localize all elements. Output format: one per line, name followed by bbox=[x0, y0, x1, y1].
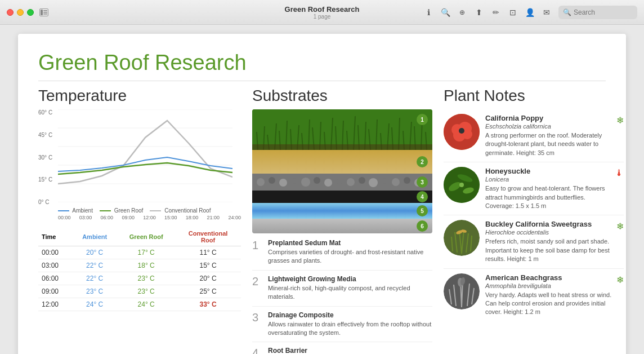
chart-y-labels: 60° C 45° C 30° C 15° C 0° C bbox=[38, 109, 55, 205]
layer-badge-2: 2 bbox=[417, 156, 428, 167]
svg-rect-3 bbox=[43, 14, 47, 15]
substrate-name: Lightweight Growing Media bbox=[268, 275, 432, 283]
plant-image-beachgrass bbox=[444, 273, 480, 309]
cell-greenroof: 23° C bbox=[117, 272, 175, 285]
expand-icon[interactable]: ⊡ bbox=[508, 7, 518, 17]
search-input[interactable] bbox=[574, 8, 630, 16]
y-label-15: 15° C bbox=[38, 176, 55, 183]
layer-badge-4: 4 bbox=[417, 191, 428, 202]
document: Green Roof Research Temperature 60° C 45… bbox=[18, 34, 626, 354]
legend-greenroof: Green Roof bbox=[100, 207, 143, 214]
zoom-in-icon[interactable]: ⊕ bbox=[457, 7, 467, 17]
substrate-list: 1 Preplanted Sedum Mat Comprises varieti… bbox=[252, 239, 432, 354]
svg-point-45 bbox=[269, 177, 275, 184]
cell-conventional: 20° C bbox=[175, 272, 241, 285]
plant-desc: Very hardy. Adapts well to heat stress o… bbox=[485, 291, 613, 317]
close-button[interactable] bbox=[7, 9, 14, 16]
zoom-out-icon[interactable]: 🔍 bbox=[440, 7, 450, 17]
chart-x-labels: 00:00 03:00 06:00 09:00 12:00 15:00 18:0… bbox=[58, 215, 241, 220]
layer-5: 5 bbox=[252, 203, 432, 219]
layer-2: 2 bbox=[252, 150, 432, 174]
svg-point-50 bbox=[324, 179, 332, 187]
layer-6: 6 bbox=[252, 219, 432, 233]
cell-conventional: 11° C bbox=[175, 246, 241, 259]
plant-detail: Buckley California Sweetgrass Hierochloe… bbox=[485, 220, 624, 263]
col-time: Time bbox=[38, 228, 72, 246]
svg-point-54 bbox=[369, 178, 378, 187]
plant-name: American Beachgrass bbox=[485, 273, 613, 282]
list-item: 4 Root Barrier Keeps roots from penetrat… bbox=[252, 347, 432, 354]
user-icon[interactable]: 👤 bbox=[525, 7, 535, 17]
layer-badge-5: 5 bbox=[417, 205, 428, 216]
temperature-chart: 60° C 45° C 30° C 15° C 0° C bbox=[38, 109, 241, 222]
temperature-section: Temperature 60° C 45° C 30° C 15° C 0° C bbox=[38, 87, 241, 354]
plant-sci-name: Eschscholzia californica bbox=[485, 123, 613, 130]
substrate-name: Preplanted Sedum Mat bbox=[268, 239, 432, 247]
traffic-lights bbox=[7, 9, 34, 16]
thermometer-icon: 🌡 bbox=[615, 168, 624, 178]
cell-time: 06:00 bbox=[38, 272, 72, 285]
substrate-text: Lightweight Growing Media Mineral-rich s… bbox=[268, 275, 432, 302]
substrate-number: 1 bbox=[252, 239, 262, 266]
list-item: American Beachgrass Ammophila breviligul… bbox=[444, 269, 624, 321]
plant-desc: Easy to grow and heat-tolerant. The flow… bbox=[485, 184, 611, 210]
cell-conventional-hot: 33° C bbox=[175, 298, 241, 311]
substrate-desc: Allows rainwater to drain effectively fr… bbox=[268, 320, 432, 338]
minimize-button[interactable] bbox=[17, 9, 24, 16]
plant-detail: California Poppy Eschscholzia californic… bbox=[485, 114, 624, 157]
cell-greenroof: 17° C bbox=[117, 246, 175, 259]
substrate-text: Drainage Composite Allows rainwater to d… bbox=[268, 311, 432, 338]
cell-conventional: 25° C bbox=[175, 285, 241, 298]
table-row: 00:00 20° C 17° C 11° C bbox=[38, 246, 241, 259]
chart-legend: Ambient Green Roof Conventional Roof bbox=[58, 207, 241, 214]
comment-icon[interactable]: ✉ bbox=[542, 7, 552, 17]
cell-ambient: 22° C bbox=[72, 272, 117, 285]
sidebar-toggle-button[interactable] bbox=[39, 8, 48, 16]
substrate-number: 3 bbox=[252, 311, 262, 338]
y-label-60: 60° C bbox=[38, 109, 55, 116]
plant-desc: A strong performer on the roof. Moderate… bbox=[485, 131, 613, 157]
doc-title-area: Green Roof Research 1 page bbox=[285, 5, 360, 20]
svg-rect-42 bbox=[252, 144, 432, 150]
substrate-text: Preplanted Sedum Mat Comprises varieties… bbox=[268, 239, 432, 266]
cell-greenroof: 23° C bbox=[117, 285, 175, 298]
substrate-number: 2 bbox=[252, 275, 262, 302]
snowflake-icon: ❄ bbox=[616, 221, 624, 232]
substrate-number: 4 bbox=[252, 347, 262, 354]
info-icon[interactable]: ℹ bbox=[423, 7, 433, 17]
table-row: 06:00 22° C 23° C 20° C bbox=[38, 272, 241, 285]
plant-notes-section: Plant Notes California Poppy E bbox=[444, 87, 624, 354]
plant-sci-name: Hierochloe occidentalis bbox=[485, 229, 613, 236]
list-item: 1 Preplanted Sedum Mat Comprises varieti… bbox=[252, 239, 432, 271]
plant-image-poppy bbox=[444, 114, 480, 150]
page-title: Green Roof Research bbox=[38, 51, 606, 81]
search-bar[interactable]: 🔍 bbox=[558, 6, 637, 19]
cell-time: 12:00 bbox=[38, 298, 72, 311]
table-row: 03:00 22° C 18° C 15° C bbox=[38, 259, 241, 272]
svg-point-44 bbox=[257, 178, 265, 186]
layer-1: 1 bbox=[252, 109, 432, 150]
temperature-title: Temperature bbox=[38, 87, 241, 105]
plant-detail: American Beachgrass Ammophila breviligul… bbox=[485, 273, 624, 317]
titlebar: Green Roof Research 1 page ℹ 🔍 ⊕ ⬆ ✏ ⊡ 👤… bbox=[0, 0, 644, 25]
substrate-name: Root Barrier bbox=[268, 347, 432, 354]
maximize-button[interactable] bbox=[27, 9, 34, 16]
cell-ambient: 20° C bbox=[72, 246, 117, 259]
layer-badge-1: 1 bbox=[417, 114, 428, 125]
list-item: 3 Drainage Composite Allows rainwater to… bbox=[252, 311, 432, 343]
plant-info: Honeysuckle Lonicera Easy to grow and he… bbox=[485, 167, 611, 210]
svg-point-49 bbox=[314, 177, 320, 184]
pen-icon[interactable]: ✏ bbox=[491, 7, 501, 17]
plant-sci-name: Lonicera bbox=[485, 176, 611, 183]
cell-ambient: 23° C bbox=[72, 285, 117, 298]
svg-point-57 bbox=[404, 177, 410, 184]
toolbar: ℹ 🔍 ⊕ ⬆ ✏ ⊡ 👤 ✉ 🔍 bbox=[423, 6, 637, 19]
chart-svg bbox=[58, 109, 241, 205]
plant-name: Honeysuckle bbox=[485, 167, 611, 175]
substrate-desc: Comprises varieties of drought- and fros… bbox=[268, 248, 432, 266]
svg-rect-1 bbox=[43, 10, 47, 11]
col-greenroof: Green Roof bbox=[117, 228, 175, 246]
substrate-desc: Mineral-rich soil, high-quality compost,… bbox=[268, 284, 432, 302]
doc-pages: 1 page bbox=[314, 14, 331, 20]
share-icon[interactable]: ⬆ bbox=[474, 7, 484, 17]
